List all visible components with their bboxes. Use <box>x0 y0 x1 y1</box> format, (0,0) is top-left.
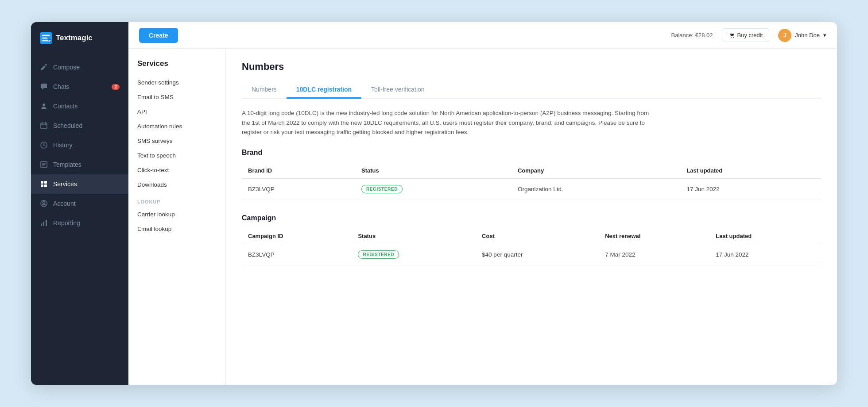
create-button[interactable]: Create <box>139 28 178 43</box>
tab-numbers[interactable]: Numbers <box>242 81 287 99</box>
chevron-down-icon: ▾ <box>823 32 826 38</box>
sidebar: Textmagic Compose Chats 2 <box>31 22 128 385</box>
campaign-table: Campaign ID Status Cost Next renewal Las… <box>242 228 821 265</box>
sidebar-item-account[interactable]: Account <box>31 194 128 213</box>
services-menu-email-to-sms[interactable]: Email to SMS <box>128 90 225 104</box>
sidebar-item-history[interactable]: History <box>31 135 128 155</box>
campaign-col-renewal: Next renewal <box>599 228 709 244</box>
sidebar-item-templates[interactable]: Templates <box>31 155 128 174</box>
brand-updated-cell: 17 Jun 2022 <box>680 178 821 200</box>
templates-icon <box>40 161 48 169</box>
sidebar-item-history-label: History <box>53 142 73 149</box>
brand-status-cell: REGISTERED <box>355 178 512 200</box>
logo-text: Textmagic <box>56 34 93 42</box>
svg-rect-3 <box>41 123 47 129</box>
services-menu-sender-settings[interactable]: Sender settings <box>128 75 225 90</box>
svg-point-10 <box>43 202 45 204</box>
reporting-icon <box>40 219 48 227</box>
tabs-container: Numbers 10DLC registration Toll-free ver… <box>242 81 821 99</box>
sidebar-item-account-label: Account <box>53 200 76 207</box>
balance-display: Balance: €28.02 <box>671 32 713 38</box>
sidebar-nav: Compose Chats 2 Contacts <box>31 54 128 236</box>
tab-tollfree[interactable]: Toll-free verification <box>361 81 434 99</box>
svg-rect-12 <box>43 222 44 226</box>
services-menu-email-lookup[interactable]: Email lookup <box>128 222 225 236</box>
sidebar-item-compose-label: Compose <box>53 64 80 71</box>
contacts-icon <box>40 102 48 110</box>
brand-id-cell: BZ3LVQP <box>242 178 355 200</box>
history-icon <box>40 141 48 149</box>
svg-rect-11 <box>41 223 42 226</box>
campaign-updated-cell: 17 Jun 2022 <box>709 244 821 265</box>
sidebar-item-reporting[interactable]: Reporting <box>31 213 128 233</box>
services-menu-automation-rules[interactable]: Automation rules <box>128 119 225 134</box>
services-icon <box>40 180 48 188</box>
svg-rect-8 <box>44 184 47 187</box>
campaign-col-status: Status <box>352 228 476 244</box>
topbar: Create Balance: €28.02 Buy credit J John… <box>128 22 837 49</box>
brand-table-header: Brand ID Status Company Last updated <box>242 163 821 179</box>
table-row: BZ3LVQP REGISTERED Organization Ltd. 17 … <box>242 178 821 200</box>
campaign-col-cost: Cost <box>476 228 599 244</box>
services-menu-click-to-text[interactable]: Click-to-text <box>128 163 225 177</box>
logo-icon <box>40 32 52 44</box>
topbar-right: Balance: €28.02 Buy credit J John Doe ▾ <box>671 28 826 42</box>
brand-table: Brand ID Status Company Last updated BZ3… <box>242 163 821 200</box>
chats-badge: 2 <box>112 84 120 90</box>
table-row: BZ3LVQP REGISTERED $40 per quarter 7 Mar… <box>242 244 821 265</box>
svg-rect-13 <box>46 220 47 226</box>
services-menu-sms-surveys[interactable]: SMS surveys <box>128 134 225 148</box>
description: A 10-digit long code (10DLC) is the new … <box>242 108 649 137</box>
sidebar-item-chats-label: Chats <box>53 83 70 90</box>
sidebar-item-contacts[interactable]: Contacts <box>31 96 128 116</box>
user-name: John Doe <box>795 32 820 38</box>
app-wrapper: Textmagic Compose Chats 2 <box>31 22 837 385</box>
campaign-status-cell: REGISTERED <box>352 244 476 265</box>
svg-rect-6 <box>44 181 47 184</box>
scheduled-icon <box>40 122 48 130</box>
services-sidebar: Services Sender settings Email to SMS AP… <box>128 49 226 385</box>
sidebar-item-compose[interactable]: Compose <box>31 58 128 77</box>
avatar: J <box>778 29 791 42</box>
cart-icon <box>728 32 735 38</box>
sidebar-item-scheduled[interactable]: Scheduled <box>31 116 128 135</box>
campaign-col-id: Campaign ID <box>242 228 352 244</box>
services-menu-text-to-speech[interactable]: Text to speech <box>128 148 225 163</box>
buy-credit-label: Buy credit <box>737 32 763 38</box>
logo: Textmagic <box>31 22 128 54</box>
services-menu-downloads[interactable]: Downloads <box>128 177 225 192</box>
user-menu[interactable]: J John Doe ▾ <box>778 29 826 42</box>
services-menu-carrier-lookup[interactable]: Carrier lookup <box>128 207 225 222</box>
content-layout: Services Sender settings Email to SMS AP… <box>128 49 837 385</box>
main-area: Create Balance: €28.02 Buy credit J John… <box>128 22 837 385</box>
brand-section-title: Brand <box>242 149 821 157</box>
svg-point-14 <box>731 37 732 38</box>
campaign-renewal-cell: 7 Mar 2022 <box>599 244 709 265</box>
buy-credit-button[interactable]: Buy credit <box>722 28 770 42</box>
brand-col-updated: Last updated <box>680 163 821 179</box>
sidebar-item-services[interactable]: Services <box>31 174 128 194</box>
brand-col-id: Brand ID <box>242 163 355 179</box>
compose-icon <box>40 63 48 71</box>
campaign-col-updated: Last updated <box>709 228 821 244</box>
campaign-id-cell: BZ3LVQP <box>242 244 352 265</box>
main-panel: Numbers Numbers 10DLC registration Toll-… <box>226 49 837 385</box>
sidebar-item-reporting-label: Reporting <box>53 219 80 227</box>
svg-rect-7 <box>41 184 43 187</box>
svg-point-15 <box>733 37 734 38</box>
page-title: Numbers <box>242 61 821 73</box>
sidebar-item-services-label: Services <box>53 180 77 188</box>
campaign-cost-cell: $40 per quarter <box>476 244 599 265</box>
campaign-table-header: Campaign ID Status Cost Next renewal Las… <box>242 228 821 244</box>
sidebar-item-chats[interactable]: Chats 2 <box>31 77 128 96</box>
sidebar-item-scheduled-label: Scheduled <box>53 122 82 129</box>
status-badge: REGISTERED <box>358 250 399 259</box>
brand-col-company: Company <box>512 163 680 179</box>
tab-10dlc[interactable]: 10DLC registration <box>287 81 361 99</box>
svg-rect-5 <box>41 181 43 184</box>
services-sidebar-title: Services <box>128 59 225 75</box>
brand-company-cell: Organization Ltd. <box>512 178 680 200</box>
sidebar-item-templates-label: Templates <box>53 161 81 168</box>
services-menu-api[interactable]: API <box>128 104 225 119</box>
chats-icon <box>40 83 48 91</box>
